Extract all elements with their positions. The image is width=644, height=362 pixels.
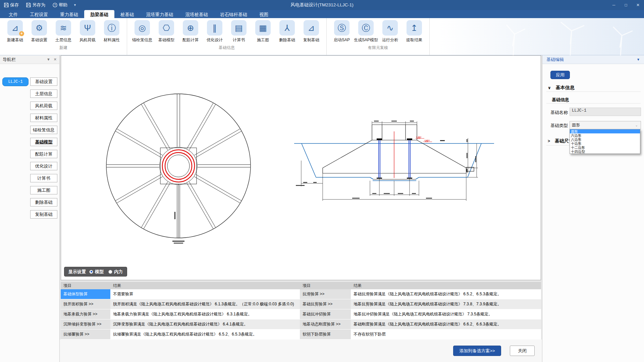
material-properties-icon: ⓘ <box>104 20 119 36</box>
title-bar: 保存 另存为 ? 帮助 ▼ 风电基础设计(TM2312-LLJC-1) ─ □ … <box>0 0 644 10</box>
check-item-cell[interactable]: 基础体型验算 <box>61 289 110 299</box>
ribbon-button-优化设计[interactable]: ∥优化设计 <box>203 20 226 43</box>
menu-tab-工程设置[interactable]: 工程设置 <box>24 10 54 18</box>
sidebar-item-删除基础[interactable]: 删除基础 <box>30 198 57 206</box>
save-icon <box>4 3 9 7</box>
section-basic-info[interactable]: ∨ 基本信息 <box>548 85 575 91</box>
add-to-candidates-button[interactable]: 添加到备选方案>> <box>453 346 501 356</box>
foundation-type-select[interactable]: 圆形 ⌄ <box>570 121 641 129</box>
foundation-name-input[interactable]: LLJC-1 <box>570 108 641 116</box>
delete-foundation-icon: ⅄ <box>279 20 295 36</box>
sidebar-item-配筋计算[interactable]: 配筋计算 <box>30 150 57 158</box>
display-option-内力[interactable]: 内力 <box>108 269 123 275</box>
ribbon-item-label: 配筋计算 <box>182 37 199 43</box>
menu-tab-文件[interactable]: 文件 <box>3 10 24 18</box>
ribbon-button-新建基础[interactable]: ⊿+新建基础 <box>3 20 27 43</box>
optimize-design-icon: ∥ <box>207 20 222 36</box>
check-item-cell[interactable]: 沉降倾斜变形验算 >> <box>61 319 110 329</box>
type-option-圆形[interactable]: 圆形 <box>570 129 640 133</box>
menu-tab-视图[interactable]: 视图 <box>253 10 274 18</box>
menu-tab-混塔桩基础[interactable]: 混塔桩基础 <box>179 10 214 18</box>
type-option-十边形[interactable]: 十边形 <box>570 141 640 145</box>
foundation-type-label: 基础类型 <box>550 123 568 129</box>
table-header-item-1: 项目 <box>61 282 110 289</box>
display-option-模型[interactable]: 模型 <box>89 269 104 275</box>
quick-access-caret-icon[interactable]: ▼ <box>71 3 79 7</box>
foundation-model-icon-glyph: ⎔ <box>163 24 170 32</box>
ribbon-button-配筋计算[interactable]: ⊕配筋计算 <box>179 20 202 43</box>
menu-tab-岩石锚杆基础[interactable]: 岩石锚杆基础 <box>214 10 253 18</box>
sidebar-item-土层信息[interactable]: 土层信息 <box>30 89 57 98</box>
display-option-label: 内力 <box>114 269 123 275</box>
menu-tab-肋梁基础[interactable]: 肋梁基础 <box>84 10 114 18</box>
sidebar-item-优化设计[interactable]: 优化设计 <box>30 162 57 170</box>
sidebar-item-风机荷载[interactable]: 风机荷载 <box>30 102 57 110</box>
help-label: 帮助 <box>59 2 67 8</box>
sidebar-item-施工图[interactable]: 施工图 <box>30 186 57 194</box>
menu-tab-桩基础[interactable]: 桩基础 <box>114 10 140 18</box>
sidebar-item-基础设置[interactable]: 基础设置 <box>30 77 57 86</box>
ribbon-button-土层信息[interactable]: ≋土层信息 <box>52 20 75 43</box>
save-button[interactable]: 保存 <box>0 2 22 8</box>
ribbon-button-提取结果[interactable]: ↥提取结果 <box>402 20 426 43</box>
ribbon-button-基础模型[interactable]: ⎔基础模型 <box>155 20 178 43</box>
sidebar-item-锚栓笼信息[interactable]: 锚栓笼信息 <box>30 126 57 134</box>
check-item-cell[interactable]: 软弱下卧层验算 <box>300 329 351 340</box>
soil-layers-icon-glyph: ≋ <box>60 24 67 32</box>
minimize-icon[interactable]: ─ <box>608 0 620 10</box>
rebar-calc-icon-glyph: ⊕ <box>187 24 194 32</box>
sidebar-item-基础模型[interactable]: 基础模型 <box>30 138 57 146</box>
optimize-design-icon-glyph: ∥ <box>213 24 217 32</box>
ribbon-button-计算书[interactable]: ▤计算书 <box>227 20 251 43</box>
type-option-八边形[interactable]: 八边形 <box>570 137 640 141</box>
ribbon-button-锚栓笼信息[interactable]: ◎锚栓笼信息 <box>130 20 154 43</box>
anchor-cage-icon: ◎ <box>135 20 150 36</box>
check-item-cell[interactable]: 地基动态刚度验算 >> <box>300 319 351 329</box>
panel-close-icon[interactable]: ✕ <box>54 57 57 62</box>
check-item-cell[interactable]: 基础抗剪验算 >> <box>300 299 351 309</box>
foundation-tab[interactable]: LLJC-1 <box>2 77 29 86</box>
close-icon[interactable]: ✕ <box>632 0 644 10</box>
ribbon-button-施工图[interactable]: ▦施工图 <box>251 20 275 43</box>
help-button[interactable]: ? 帮助 <box>49 2 71 8</box>
check-item-cell[interactable]: 脱开面积验算 >> <box>61 299 110 309</box>
ribbon-button-基础设置[interactable]: ⚙基础设置 <box>28 20 51 43</box>
menu-tab-重力基础[interactable]: 重力基础 <box>54 10 84 18</box>
soil-layers-icon: ≋ <box>56 20 71 36</box>
subsection-foundation-info: 基础信息 <box>552 97 569 103</box>
ribbon-button-风机荷载[interactable]: Ψ风机荷载 <box>76 20 99 43</box>
ribbon-item-label: 材料属性 <box>104 37 120 43</box>
ribbon-item-label: 计算书 <box>233 37 245 43</box>
foundation-settings-icon: ⚙ <box>32 20 47 36</box>
sidebar-item-材料属性[interactable]: 材料属性 <box>30 114 57 122</box>
cad-drawing: 0.000 -0.050 <box>61 56 541 281</box>
sidebar-item-计算书[interactable]: 计算书 <box>30 174 57 182</box>
ribbon-item-label: 启动SAP <box>334 37 350 43</box>
ribbon-button-运行分析[interactable]: ∿运行分析 <box>378 20 402 43</box>
menu-tab-混塔重力基础[interactable]: 混塔重力基础 <box>140 10 179 18</box>
check-item-cell[interactable]: 地基承载力验算 >> <box>61 309 110 319</box>
check-item-cell[interactable]: 抗倾覆验算 >> <box>61 329 110 340</box>
plus-badge-icon: + <box>19 31 24 36</box>
check-item-cell[interactable]: 抗滑验算 >> <box>300 289 351 299</box>
close-button[interactable]: 关闭 <box>510 346 535 356</box>
save-as-button[interactable]: 另存为 <box>22 2 49 8</box>
ribbon-button-生成SAP模型[interactable]: Ⓒ生成SAP模型 <box>354 20 378 43</box>
type-option-六边形[interactable]: 六边形 <box>570 133 640 137</box>
sidebar-item-复制基础[interactable]: 复制基础 <box>30 210 57 219</box>
check-item-cell[interactable]: 基础抗冲切验算 <box>300 309 351 319</box>
display-settings-label: 显示设置 <box>68 269 86 275</box>
apply-button[interactable]: 应用 <box>550 71 570 79</box>
panel-caret-icon[interactable]: ▼ <box>637 58 640 61</box>
type-option-十二边形[interactable]: 十二边形 <box>570 145 640 149</box>
maximize-icon[interactable]: □ <box>620 0 632 10</box>
ribbon-button-材料属性[interactable]: ⓘ材料属性 <box>100 20 123 43</box>
ribbon-button-复制基础[interactable]: ⊿复制基础 <box>300 20 323 43</box>
construction-drawing-icon-glyph: ▦ <box>259 24 267 32</box>
table-header-item-2: 项目 <box>300 282 351 289</box>
ribbon-button-启动SAP[interactable]: Ⓢ启动SAP <box>330 20 354 43</box>
type-option-十四边型[interactable]: 十四边型 <box>570 149 640 154</box>
ribbon-button-删除基础[interactable]: ⅄删除基础 <box>275 20 299 43</box>
navigation-panel-title: 导航栏 <box>3 57 16 63</box>
panel-collapse-icon[interactable]: ▼ <box>47 57 50 62</box>
